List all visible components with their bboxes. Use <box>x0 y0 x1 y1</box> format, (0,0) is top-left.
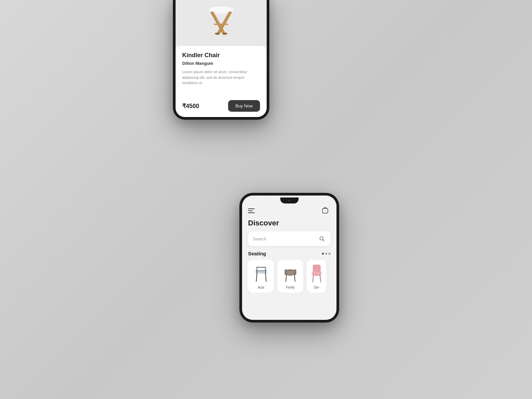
cart-icon[interactable] <box>320 205 331 216</box>
svg-line-14 <box>256 273 257 282</box>
svg-point-1 <box>209 6 233 12</box>
product-card-firefly[interactable]: Firefly <box>277 260 303 293</box>
chair-illustration <box>201 0 241 41</box>
phone2-content: Discover Search Seating <box>242 216 336 320</box>
svg-rect-21 <box>284 269 287 275</box>
svg-line-4 <box>211 12 223 34</box>
notch-pill <box>280 198 299 203</box>
phone2-device: Discover Search Seating <box>239 193 339 323</box>
product-description: Lorem ipsum dolor sit amet, consectetur … <box>182 69 260 86</box>
camera-dot <box>288 200 290 201</box>
products-row: Acbi Firefly <box>248 260 331 293</box>
svg-rect-22 <box>294 269 296 275</box>
svg-line-24 <box>294 275 295 281</box>
search-icon[interactable] <box>318 235 326 243</box>
svg-rect-18 <box>256 267 266 268</box>
product-card-der[interactable]: Der <box>307 260 327 293</box>
phone2-top-bar <box>242 203 336 216</box>
der-label: Der <box>314 286 319 289</box>
buy-now-button[interactable]: Buy Now <box>228 100 260 112</box>
menu-icon[interactable] <box>248 208 255 213</box>
product-image-area <box>176 0 267 46</box>
product-card-acbi[interactable]: Acbi <box>248 260 274 293</box>
product-price: ₹4500 <box>182 102 199 110</box>
svg-line-11 <box>323 240 324 241</box>
search-bar[interactable]: Search <box>248 231 331 246</box>
svg-line-28 <box>320 274 321 282</box>
seating-section-title: Seating <box>248 251 266 256</box>
phone1-device: Kindler Chair Dillon Mangum Lorem ipsum … <box>173 0 269 120</box>
dot-1 <box>325 253 327 255</box>
dot-active <box>322 253 324 255</box>
phone-notch-area <box>242 196 336 203</box>
firefly-label: Firefly <box>286 286 295 289</box>
svg-line-15 <box>265 273 266 282</box>
cart-svg <box>322 207 329 214</box>
firefly-chair-img <box>281 263 300 284</box>
dot-2 <box>329 253 331 255</box>
product-title: Kindler Chair <box>182 52 260 59</box>
phone1-screen: Kindler Chair Dillon Mangum Lorem ipsum … <box>176 0 267 117</box>
product-author: Dillon Mangum <box>182 61 260 66</box>
acbi-chair-img <box>252 263 270 284</box>
acbi-label: Acbi <box>258 286 264 289</box>
svg-rect-9 <box>323 208 328 213</box>
svg-line-23 <box>286 275 286 281</box>
section-dots <box>322 253 331 255</box>
svg-rect-13 <box>255 271 266 274</box>
discover-title: Discover <box>248 219 331 227</box>
section-header: Seating <box>248 251 331 256</box>
der-chair-img <box>308 263 326 284</box>
search-placeholder: Search <box>253 236 266 241</box>
phone2-screen: Discover Search Seating <box>242 196 336 320</box>
product-card: Kindler Chair Dillon Mangum Lorem ipsum … <box>176 46 267 117</box>
svg-line-5 <box>219 12 231 34</box>
svg-line-27 <box>313 274 313 282</box>
product-footer: ₹4500 Buy Now <box>182 97 260 112</box>
